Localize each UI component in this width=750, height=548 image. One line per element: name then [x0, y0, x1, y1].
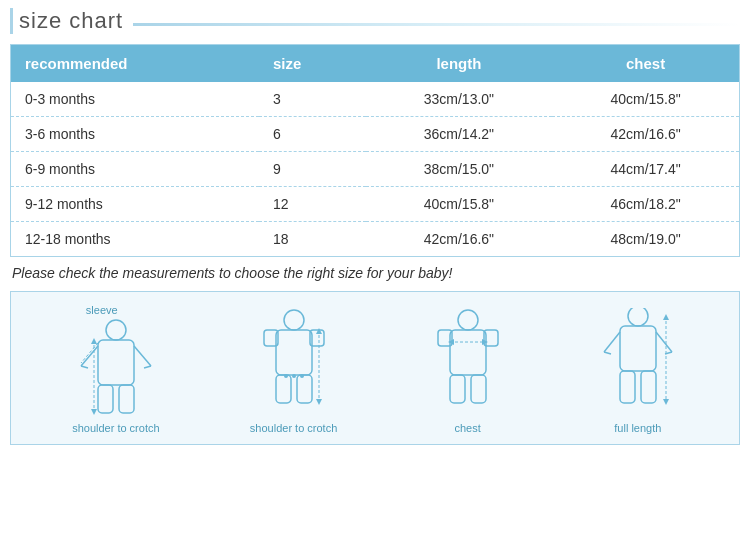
figure-2: shoulder to crotch	[250, 308, 337, 434]
svg-point-17	[292, 374, 296, 378]
svg-line-36	[604, 352, 611, 354]
cell-size: 6	[259, 117, 366, 152]
cell-length: 40cm/15.8"	[366, 187, 552, 222]
svg-rect-25	[450, 330, 486, 375]
figure-1: sleeve shoulder to	[72, 304, 159, 434]
svg-rect-39	[620, 371, 635, 403]
cell-chest: 42cm/16.6"	[552, 117, 739, 152]
svg-marker-43	[663, 399, 669, 405]
table-row: 6-9 months938cm/15.0"44cm/17.4"	[11, 152, 740, 187]
svg-point-12	[284, 310, 304, 330]
svg-point-0	[106, 320, 126, 340]
figure-4-svg	[598, 308, 678, 418]
cell-length: 38cm/15.0"	[366, 152, 552, 187]
cell-recommended: 9-12 months	[11, 187, 259, 222]
table-row: 3-6 months636cm/14.2"42cm/16.6"	[11, 117, 740, 152]
figure-2-label: shoulder to crotch	[250, 422, 337, 434]
page-wrapper: size chart recommended size length chest…	[0, 0, 750, 548]
svg-rect-31	[450, 375, 465, 403]
svg-rect-13	[276, 330, 312, 375]
note-text: Please check the measurements to choose …	[10, 257, 740, 287]
svg-marker-42	[663, 314, 669, 320]
header-chest: chest	[552, 45, 739, 83]
cell-recommended: 0-3 months	[11, 82, 259, 117]
diagram-section: sleeve shoulder to	[10, 291, 740, 445]
svg-marker-29	[448, 339, 454, 345]
figure-1-top-label: sleeve	[76, 304, 156, 316]
header-size: size	[259, 45, 366, 83]
svg-line-35	[604, 332, 620, 352]
figure-3: chest	[428, 308, 508, 434]
figure-4: full length	[598, 308, 678, 434]
svg-marker-22	[316, 328, 322, 334]
figure-3-label: chest	[454, 422, 480, 434]
svg-rect-20	[297, 375, 312, 403]
table-header-row: recommended size length chest	[11, 45, 740, 83]
svg-line-3	[81, 366, 88, 368]
cell-chest: 48cm/19.0"	[552, 222, 739, 257]
size-table: recommended size length chest 0-3 months…	[10, 44, 740, 257]
cell-recommended: 6-9 months	[11, 152, 259, 187]
cell-size: 18	[259, 222, 366, 257]
svg-line-5	[144, 366, 151, 368]
header-recommended: recommended	[11, 45, 259, 83]
svg-rect-40	[641, 371, 656, 403]
svg-rect-1	[98, 340, 134, 385]
cell-length: 33cm/13.0"	[366, 82, 552, 117]
svg-rect-19	[276, 375, 291, 403]
cell-recommended: 3-6 months	[11, 117, 259, 152]
svg-rect-7	[119, 385, 134, 413]
figure-1-svg	[76, 318, 156, 418]
cell-chest: 44cm/17.4"	[552, 152, 739, 187]
figure-2-svg	[254, 308, 334, 418]
svg-point-24	[458, 310, 478, 330]
figure-3-svg	[428, 308, 508, 418]
page-title: size chart	[10, 8, 129, 34]
table-row: 9-12 months1240cm/15.8"46cm/18.2"	[11, 187, 740, 222]
svg-marker-9	[91, 338, 97, 344]
cell-recommended: 12-18 months	[11, 222, 259, 257]
svg-rect-6	[98, 385, 113, 413]
svg-marker-10	[91, 409, 97, 415]
cell-chest: 40cm/15.8"	[552, 82, 739, 117]
cell-size: 9	[259, 152, 366, 187]
svg-point-33	[628, 308, 648, 326]
svg-line-11	[81, 343, 98, 363]
svg-marker-30	[482, 339, 488, 345]
cell-length: 42cm/16.6"	[366, 222, 552, 257]
svg-line-4	[134, 346, 151, 366]
title-underline	[133, 23, 740, 26]
table-row: 12-18 months1842cm/16.6"48cm/19.0"	[11, 222, 740, 257]
header-length: length	[366, 45, 552, 83]
svg-line-37	[656, 332, 672, 352]
cell-size: 3	[259, 82, 366, 117]
title-bar: size chart	[10, 8, 740, 34]
cell-size: 12	[259, 187, 366, 222]
figure-4-label: full length	[614, 422, 661, 434]
figure-1-label: shoulder to crotch	[72, 422, 159, 434]
cell-chest: 46cm/18.2"	[552, 187, 739, 222]
cell-length: 36cm/14.2"	[366, 117, 552, 152]
svg-rect-34	[620, 326, 656, 371]
svg-line-2	[81, 346, 98, 366]
table-row: 0-3 months333cm/13.0"40cm/15.8"	[11, 82, 740, 117]
svg-rect-32	[471, 375, 486, 403]
svg-marker-23	[316, 399, 322, 405]
